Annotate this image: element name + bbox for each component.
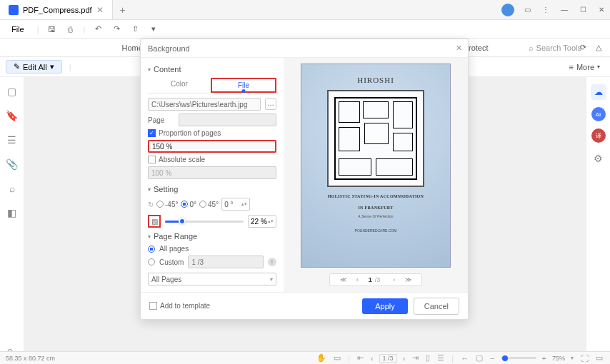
browse-file-button[interactable]: … <box>265 98 276 110</box>
collapse-icon[interactable]: △ <box>593 42 604 54</box>
zoom-slider[interactable] <box>501 357 536 359</box>
rotate-0-radio[interactable] <box>181 201 188 208</box>
pager-last-button[interactable]: ≫ <box>402 276 414 283</box>
all-pages-radio[interactable] <box>148 246 155 253</box>
kebab-icon[interactable]: ⋮ <box>537 3 554 17</box>
save-icon[interactable]: 🖫 <box>46 24 58 35</box>
page-number-field[interactable]: 1 /3 <box>379 354 397 363</box>
hamburger-icon: ≡ <box>569 63 574 71</box>
minimize-button[interactable]: — <box>556 3 573 17</box>
content-section-title[interactable]: Content <box>148 65 276 74</box>
continuous-page-icon[interactable]: ☰ <box>436 353 446 363</box>
custom-radio[interactable] <box>148 258 155 266</box>
search-label: Search Tools <box>536 44 581 52</box>
close-tab-icon[interactable]: ✕ <box>96 5 104 15</box>
translate-badge[interactable]: 译 <box>591 128 606 143</box>
share-icon[interactable]: ⇧ <box>129 24 141 35</box>
close-dialog-button[interactable]: ✕ <box>456 44 462 53</box>
more-label: More <box>576 63 594 71</box>
page-next-icon[interactable]: › <box>401 354 407 363</box>
page-first-icon[interactable]: ⇤ <box>356 353 365 363</box>
bookmark-icon[interactable]: 🔖 <box>6 110 18 121</box>
search-icon: ⌕ <box>529 44 534 52</box>
thumbnail-icon[interactable]: ▢ <box>7 86 16 97</box>
edit-all-button[interactable]: ✎ Edit All ▾ <box>6 60 62 74</box>
proportion-checkbox[interactable]: ✓ <box>148 129 156 137</box>
select-tool-icon[interactable]: ▭ <box>332 353 342 363</box>
pin-icon[interactable]: ⟳ <box>577 42 589 54</box>
print-icon[interactable]: ⎙ <box>65 24 76 35</box>
page-field-label: Page <box>148 116 174 124</box>
fullscreen-icon[interactable]: ⛶ <box>579 354 590 363</box>
absolute-scale-label: Absolute scale <box>159 156 205 163</box>
file-menu[interactable]: File <box>6 24 30 35</box>
preview-meta: A Sense Of Perfection <box>358 214 393 218</box>
opacity-slider[interactable] <box>165 221 244 223</box>
more-tools-icon[interactable]: ▾ <box>148 24 159 35</box>
menu-icon[interactable]: ▭ <box>519 3 536 17</box>
zoom-out-icon[interactable]: − <box>489 354 496 363</box>
fit-width-icon[interactable]: ↔ <box>459 354 470 363</box>
add-template-label: Add to template <box>160 302 210 310</box>
user-avatar[interactable] <box>501 4 514 16</box>
search-panel-icon[interactable]: ⌕ <box>9 183 15 194</box>
layers-icon[interactable]: ◧ <box>7 207 16 218</box>
zoom-percent[interactable]: 75% <box>552 355 565 362</box>
rotate-45-radio[interactable] <box>199 201 206 208</box>
proportion-input[interactable] <box>148 140 276 153</box>
pager-prev-button[interactable]: ‹ <box>354 276 361 283</box>
chevron-down-icon[interactable]: ▾ <box>569 355 575 361</box>
ai-badge[interactable]: AI <box>591 107 606 121</box>
close-window-button[interactable]: ✕ <box>593 3 610 17</box>
undo-icon[interactable]: ↶ <box>92 24 104 35</box>
chevron-down-icon: ▾ <box>270 276 273 283</box>
hand-tool-icon[interactable]: ✋ <box>315 353 328 363</box>
outline-icon[interactable]: ☰ <box>7 134 16 146</box>
file-tab[interactable]: File <box>211 78 276 93</box>
info-icon[interactable]: i <box>268 258 276 266</box>
opacity-icon[interactable]: ▨ <box>148 215 161 228</box>
page-range-section-title[interactable]: Page Range <box>148 232 276 241</box>
settings-panel-icon[interactable]: ⚙ <box>594 153 603 164</box>
all-pages-label: All pages <box>159 245 189 253</box>
new-tab-button[interactable]: + <box>113 4 133 16</box>
rotation-spinner[interactable]: 0 °▴▾ <box>221 198 250 211</box>
pager-first-button[interactable]: ≪ <box>337 276 349 283</box>
search-tools[interactable]: ⌕ Search Tools <box>529 44 581 52</box>
proportion-label: Proportion of pages <box>159 129 221 137</box>
page-last-icon[interactable]: ⇥ <box>411 353 420 363</box>
preview-subtitle-2: IN FRANKFURT <box>358 206 393 210</box>
page-prev-icon[interactable]: ‹ <box>369 354 375 363</box>
maximize-button[interactable]: ☐ <box>574 3 591 17</box>
preview-link: POUNDEREDCARE.COM <box>355 228 397 233</box>
zoom-in-icon[interactable]: + <box>541 354 548 363</box>
rotate-neg45-radio[interactable] <box>156 201 164 208</box>
cancel-button[interactable]: Cancel <box>414 298 459 315</box>
dialog-title: Background <box>148 44 190 53</box>
read-mode-icon[interactable]: ▭ <box>594 353 604 363</box>
attachment-icon[interactable]: 📎 <box>6 158 18 170</box>
fit-page-icon[interactable]: ▢ <box>474 353 484 363</box>
setting-section-title[interactable]: Setting <box>148 185 276 193</box>
tab-title: PDF_Compress.pdf <box>23 6 92 14</box>
apply-button[interactable]: Apply <box>362 298 408 314</box>
cloud-icon[interactable]: ☁ <box>591 84 606 100</box>
chevron-down-icon: ▾ <box>50 62 54 71</box>
file-path-input[interactable] <box>148 98 261 111</box>
rotate-45-label: 45° <box>208 201 219 208</box>
color-tab[interactable]: Color <box>148 78 211 93</box>
single-page-icon[interactable]: ▯ <box>424 353 431 363</box>
add-template-checkbox[interactable] <box>149 302 157 310</box>
rotate-icon: ↻ <box>148 201 154 208</box>
absolute-scale-checkbox[interactable] <box>148 156 156 163</box>
document-tab[interactable]: PDF_Compress.pdf ✕ <box>0 0 113 19</box>
opacity-value[interactable]: 22 %▴▾ <box>248 215 276 228</box>
pager-next-button[interactable]: › <box>390 276 398 283</box>
page-range-dropdown[interactable]: All Pages ▾ <box>148 273 276 285</box>
opacity-thumb[interactable] <box>179 218 186 225</box>
page-input <box>179 113 276 126</box>
more-button[interactable]: ≡ More ▾ <box>569 63 600 71</box>
background-preview: HIROSHI HOLISTIC STAYING-IN ACCOMMODATIO… <box>301 64 451 268</box>
redo-icon[interactable]: ↷ <box>111 24 122 35</box>
preview-floorplan <box>327 90 424 187</box>
